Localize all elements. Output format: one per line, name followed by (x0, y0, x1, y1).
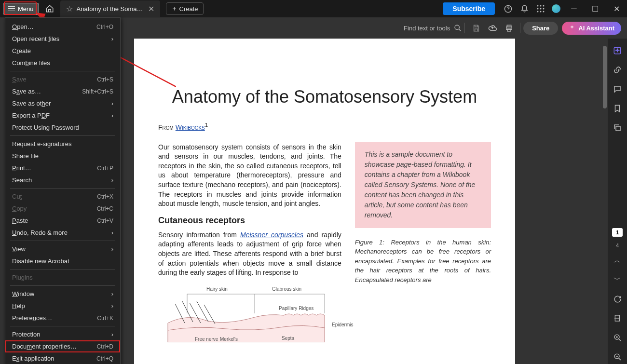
document-tab[interactable]: ☆ Anatomy of the Somato… ✕ (60, 0, 160, 17)
paragraph-2: Sensory information from Meissner corpus… (158, 230, 341, 278)
bookmark-icon[interactable] (610, 101, 625, 116)
cloud-upload-icon[interactable] (484, 20, 501, 36)
svg-point-2 (540, 5, 542, 7)
svg-point-5 (540, 8, 542, 10)
home-button[interactable] (43, 2, 56, 15)
comment-icon[interactable] (610, 82, 625, 96)
chevron-right-icon: › (111, 100, 113, 107)
subscribe-button[interactable]: Subscribe (443, 2, 495, 15)
menu-item-open-recent-files[interactable]: Open recent files› (5, 33, 120, 45)
skin-diagram: Hairy skin Glabrous skin Papillary Ridge… (158, 284, 341, 342)
chevron-right-icon: › (111, 290, 113, 297)
subheading: Cutaneous receptors (158, 216, 341, 226)
svg-rect-26 (616, 126, 620, 131)
ai-sparkle-icon[interactable] (610, 43, 625, 58)
ai-assistant-button[interactable]: AI Assistant (562, 22, 621, 35)
copy-icon[interactable] (610, 121, 625, 135)
document-page: Anatomy of the Somatosensory System From… (134, 39, 515, 364)
chevron-right-icon: › (111, 229, 113, 236)
menu-item-copy: CopyCtrl+C (5, 202, 120, 215)
from-line: From Wikibooks1 (158, 121, 491, 131)
vertical-scrollbar[interactable] (602, 41, 608, 364)
page-indicator[interactable]: 1 (612, 228, 623, 237)
close-tab-icon[interactable]: ✕ (148, 4, 154, 13)
create-button[interactable]: ＋ Create (166, 2, 204, 15)
chevron-right-icon: › (111, 176, 113, 184)
menu-item-request-e-signatures[interactable]: Request e-signatures (5, 138, 120, 150)
find-tools[interactable]: Find text or tools (404, 24, 462, 32)
svg-line-11 (459, 29, 461, 31)
menu-item-exit-application[interactable]: Exit applicationCtrl+Q (5, 352, 120, 364)
menu-item-protect-using-password[interactable]: Protect Using Password (5, 121, 120, 134)
menu-item-save-as[interactable]: Save as…Shift+Ctrl+S (5, 85, 120, 97)
callout-box: This is a sample document to showcase pa… (355, 142, 491, 228)
menu-item-document-properties[interactable]: Document properties…Ctrl+D (5, 340, 120, 352)
print-icon[interactable] (501, 20, 517, 36)
profile-icon[interactable] (552, 4, 560, 13)
chevron-right-icon: › (111, 331, 113, 338)
close-window-button[interactable]: ✕ (606, 0, 627, 17)
apps-grid-icon[interactable] (532, 0, 549, 17)
save-icon[interactable] (468, 20, 484, 36)
star-icon[interactable]: ☆ (66, 4, 73, 13)
menu-item-save: SaveCtrl+S (5, 73, 120, 85)
tab-title: Anatomy of the Somato… (77, 5, 144, 13)
page-title: Anatomy of the Somatosensory System (158, 87, 491, 107)
chevron-right-icon: › (111, 302, 113, 310)
search-icon (454, 24, 462, 32)
menu-item-export-a-pdf[interactable]: Export a PDF› (5, 109, 120, 121)
sparkle-icon (569, 25, 575, 31)
menu-item-paste[interactable]: PasteCtrl+V (5, 215, 120, 227)
menu-item-window[interactable]: Window› (5, 288, 120, 300)
menu-item-plugins: Plugins (5, 271, 120, 283)
chevron-right-icon: › (111, 245, 113, 253)
menu-item-create[interactable]: Create (5, 45, 120, 57)
figure-caption: Figure 1: Receptors in the human skin: M… (355, 238, 491, 285)
menu-item-print[interactable]: Print…Ctrl+P (5, 162, 120, 174)
menu-item-cut: CutCtrl+X (5, 190, 120, 202)
meissner-link[interactable]: Meissner corpuscles (240, 231, 303, 239)
share-button[interactable]: Share (523, 22, 558, 35)
svg-point-10 (455, 25, 459, 29)
svg-point-4 (537, 8, 539, 10)
menu-item-save-as-other[interactable]: Save as other› (5, 97, 120, 109)
rotate-icon[interactable] (610, 292, 625, 306)
menu-item-protection[interactable]: Protection› (5, 328, 120, 340)
menu-item-preferences[interactable]: Preferences…Ctrl+K (5, 312, 120, 324)
menu-item-open[interactable]: Open…Ctrl+O (5, 21, 120, 33)
menu-item-undo-redo-more[interactable]: Undo, Redo & more› (5, 227, 120, 239)
link-icon[interactable] (610, 63, 625, 77)
scroll-thumb[interactable] (603, 46, 607, 108)
page-fit-icon[interactable] (610, 311, 625, 325)
caret-down-icon[interactable]: ﹀ (610, 272, 625, 287)
window-controls: ─ ☐ ✕ (563, 0, 627, 17)
maximize-button[interactable]: ☐ (585, 0, 606, 17)
paragraph-intro: Our somatosensory system consists of sen… (158, 143, 341, 209)
hamburger-icon (8, 6, 15, 11)
main-menu-dropdown: Open…Ctrl+OOpen recent files›CreateCombi… (5, 17, 121, 364)
menu-item-view[interactable]: View› (5, 243, 120, 255)
bell-icon[interactable] (516, 0, 532, 17)
titlebar: Menu ☆ Anatomy of the Somato… ✕ ＋ Create… (0, 0, 627, 17)
menu-item-combine-files[interactable]: Combine files (5, 57, 120, 69)
help-icon[interactable] (500, 0, 516, 17)
svg-point-3 (543, 5, 545, 7)
menu-item-help[interactable]: Help› (5, 300, 120, 312)
menu-button[interactable]: Menu (3, 3, 39, 15)
zoom-out-icon[interactable] (610, 350, 625, 364)
caret-up-icon[interactable]: ︿ (610, 253, 625, 268)
menu-item-share-file[interactable]: Share file (5, 150, 120, 162)
svg-point-7 (537, 11, 539, 13)
page-total: 4 (616, 243, 619, 248)
wikibooks-link[interactable]: Wikibooks (176, 123, 205, 131)
menu-item-search[interactable]: Search› (5, 174, 120, 186)
menu-item-disable-new-acrobat[interactable]: Disable new Acrobat (5, 255, 120, 267)
zoom-in-icon[interactable] (610, 330, 625, 345)
svg-line-30 (618, 338, 620, 340)
svg-line-34 (618, 358, 620, 360)
plus-icon: ＋ (171, 4, 177, 13)
minimize-button[interactable]: ─ (563, 0, 585, 17)
right-rail: 1 4 ︿ ﹀ (608, 39, 627, 364)
menu-label: Menu (18, 5, 34, 13)
svg-point-9 (543, 11, 545, 13)
